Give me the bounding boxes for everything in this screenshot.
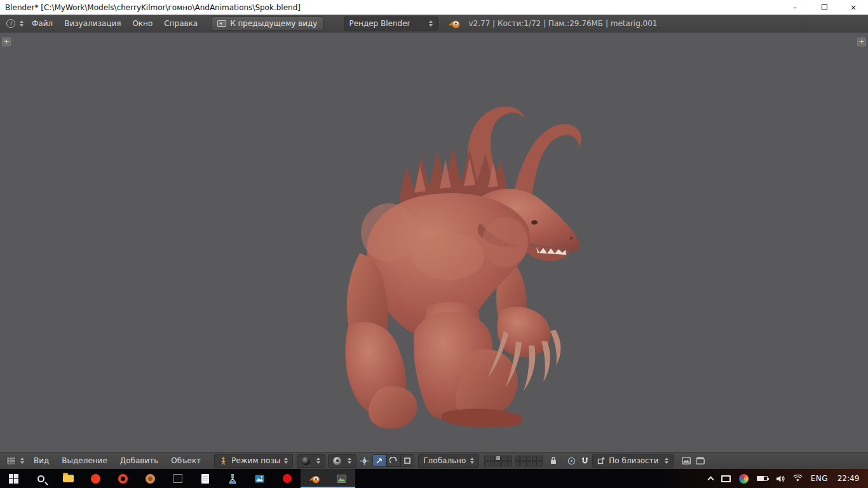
snap-toggle-button[interactable]: [579, 456, 591, 466]
rotate-manipulator-button[interactable]: [386, 454, 400, 467]
taskbar-clock[interactable]: 22:49: [836, 474, 860, 483]
menu-window[interactable]: Окно: [126, 17, 158, 30]
layer-cell[interactable]: [532, 461, 537, 466]
menu-file[interactable]: Файл: [26, 17, 58, 30]
minimize-button[interactable]: –: [780, 0, 810, 15]
info-header: Файл Визуализация Окно Справка К предыду…: [0, 15, 868, 32]
manipulator-toggle-button[interactable]: [358, 455, 371, 467]
window-controls: – ×: [780, 0, 868, 15]
layer-cell[interactable]: [538, 461, 543, 466]
screen: Blender* [C:\MyWork\Models\cherryKilmor\…: [0, 0, 868, 488]
taskbar-blender-active[interactable]: [301, 469, 328, 488]
layer-cell[interactable]: [496, 461, 501, 466]
snap-stepper-icon: [665, 458, 668, 464]
blender-logo-icon: [448, 18, 461, 29]
proportional-edit-icon: [567, 457, 576, 465]
status-stats: v2.77 | Кости:1/72 | Пам.:29.76МБ | meta…: [468, 19, 657, 28]
taskbar-photos[interactable]: [246, 469, 273, 488]
taskbar-notepad[interactable]: [191, 469, 219, 488]
opengl-render-still-button[interactable]: [680, 456, 693, 466]
pivot-point-dropdown[interactable]: [328, 454, 356, 468]
back-screen-icon: [217, 20, 226, 27]
layer-cell[interactable]: [515, 461, 520, 466]
mode-dropdown[interactable]: Режим позы: [214, 454, 293, 468]
volume-icon[interactable]: [776, 475, 785, 483]
menu-help[interactable]: Справка: [158, 17, 203, 30]
layer-cell[interactable]: [520, 461, 526, 466]
close-button[interactable]: ×: [839, 0, 868, 15]
language-indicator[interactable]: ENG: [811, 474, 828, 483]
menu-render[interactable]: Визуализация: [58, 17, 126, 30]
engine-stepper-icon: [429, 20, 433, 27]
right-shoulder: [482, 217, 528, 268]
hidden-icons-chevron[interactable]: [707, 477, 714, 483]
layer-cell[interactable]: [490, 456, 495, 461]
snap-target-dropdown[interactable]: По близости: [592, 454, 674, 468]
render-engine-value: Рендер Blender: [349, 19, 410, 28]
start-button[interactable]: [0, 469, 27, 488]
back-button-label: К предыдущему виду: [230, 19, 317, 28]
maximize-icon: [822, 4, 827, 10]
scene-lock-button[interactable]: [548, 455, 559, 466]
layer-cell[interactable]: [515, 456, 520, 461]
editor-type-button-3dview[interactable]: [4, 456, 27, 466]
properties-expand-button[interactable]: [857, 37, 866, 46]
maximize-button[interactable]: [810, 0, 839, 15]
layer-cell[interactable]: [490, 461, 495, 466]
layer-cell[interactable]: [484, 456, 489, 461]
layer-cell[interactable]: [507, 456, 512, 461]
windows-taskbar: ENG 22:49: [0, 469, 868, 488]
taskbar-app-ring[interactable]: [109, 469, 137, 488]
render-engine-dropdown[interactable]: Рендер Blender: [344, 17, 438, 30]
viewport-3d[interactable]: [0, 32, 868, 452]
color-app-tray-icon[interactable]: [739, 474, 749, 484]
taskbar-search-button[interactable]: [27, 469, 55, 488]
manipulator-mode-group: [372, 454, 414, 467]
mode-value: Режим позы: [231, 456, 280, 465]
back-to-previous-button[interactable]: К предыдущему виду: [211, 17, 323, 30]
layer-cell[interactable]: [507, 461, 512, 466]
scale-icon: [403, 457, 411, 464]
taskbar-app-tan[interactable]: [137, 469, 164, 488]
menu-object[interactable]: Объект: [165, 454, 207, 468]
toolshelf-expand-button[interactable]: [2, 37, 11, 46]
left-deltoid: [361, 203, 417, 262]
taskbar-lab-app[interactable]: [219, 469, 246, 488]
magnet-icon: [581, 457, 589, 465]
layer-cell[interactable]: [501, 456, 506, 461]
lock-icon: [550, 456, 557, 465]
layer-cell[interactable]: [538, 456, 543, 461]
menu-select[interactable]: Выделение: [56, 454, 112, 468]
orientation-dropdown[interactable]: Глобально: [418, 454, 479, 468]
layer-cell-active[interactable]: [496, 456, 501, 461]
character-model[interactable]: [0, 32, 868, 452]
taskbar-terminal[interactable]: [164, 469, 191, 488]
menu-view[interactable]: Вид: [28, 454, 55, 468]
taskbar-file-explorer[interactable]: [55, 469, 82, 488]
windows-logo-icon: [9, 474, 18, 484]
display-tray-icon[interactable]: [721, 475, 731, 482]
proportional-edit-button[interactable]: [566, 456, 578, 466]
menu-add[interactable]: Добавить: [114, 454, 164, 468]
layer-cell[interactable]: [520, 456, 526, 461]
viewport-shading-dropdown[interactable]: [297, 454, 325, 468]
photos-icon: [255, 475, 264, 483]
translate-manipulator-button[interactable]: [372, 454, 386, 467]
manipulator-icon: [360, 456, 369, 466]
layer-cell[interactable]: [526, 461, 531, 466]
nostril: [570, 237, 573, 240]
taskbar-browser[interactable]: [82, 469, 109, 488]
taskbar-app-active[interactable]: [328, 469, 355, 488]
record-icon: [283, 474, 292, 483]
layer-cell[interactable]: [484, 461, 489, 466]
opengl-render-anim-button[interactable]: [694, 456, 707, 466]
editor-type-button-info[interactable]: [4, 18, 26, 29]
layer-cell[interactable]: [501, 461, 506, 466]
battery-icon[interactable]: [757, 476, 768, 481]
layer-cell[interactable]: [532, 456, 537, 461]
layers-widget: [484, 456, 543, 466]
taskbar-recorder[interactable]: [273, 469, 301, 488]
network-icon[interactable]: [793, 475, 803, 482]
layer-cell[interactable]: [526, 456, 531, 461]
scale-manipulator-button[interactable]: [400, 454, 414, 467]
